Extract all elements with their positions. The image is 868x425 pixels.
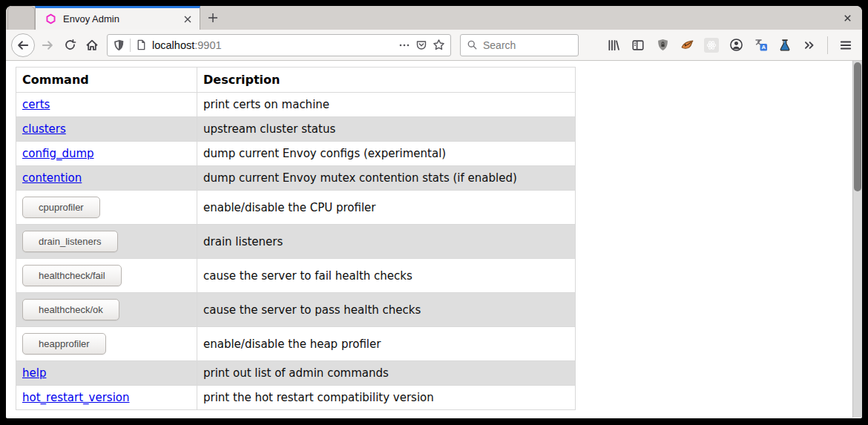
svg-text:A: A [761,44,766,50]
page-info-icon[interactable] [136,39,147,50]
tab-title: Envoy Admin [63,13,176,24]
description-cell: upstream cluster status [197,117,576,142]
command-button-healthcheck/fail[interactable]: healthcheck/fail [22,265,122,286]
table-row: hot_restart_versionprint the hot restart… [16,386,576,410]
translate-extension-button[interactable]: A [749,34,772,56]
command-button-cpuprofiler[interactable]: cpuprofiler [22,197,100,218]
page-actions-dots-icon[interactable] [398,39,410,51]
envoy-favicon-icon [45,13,56,24]
command-cell: help [16,361,197,386]
tracking-protection-shield-icon[interactable] [113,39,125,51]
description-cell: cause the server to fail health checks [197,259,576,293]
home-button[interactable] [81,34,103,56]
reload-button[interactable] [59,34,81,56]
menu-hamburger-icon [839,39,852,52]
fox-extension-button[interactable] [676,34,698,56]
table-header-row: Command Description [16,67,576,93]
description-cell: enable/disable the CPU profiler [197,191,576,225]
column-header-command: Command [16,67,197,93]
flask-extension-icon [778,39,792,52]
page-content: Command Description certsprint certs on … [6,61,862,418]
command-link-config_dump[interactable]: config_dump [22,147,94,160]
description-cell: print the hot restart compatibility vers… [197,386,576,410]
fox-extension-icon [680,38,694,52]
table-row: healthcheck/okcause the server to pass h… [16,293,576,327]
new-tab-icon [207,12,219,24]
atom-extension-button[interactable] [700,34,723,56]
command-cell: contention [16,166,197,191]
forward-button[interactable] [36,34,59,56]
url-host: localhost [152,39,194,51]
column-header-description: Description [197,67,576,93]
description-cell: print out list of admin commands [197,361,576,386]
forward-icon [41,39,54,52]
atom-extension-icon [704,38,719,53]
sidebar-icon [631,39,645,52]
command-cell: clusters [16,117,197,142]
shield-lock-extension-button[interactable] [651,34,674,56]
library-icon [607,39,620,52]
command-cell: certs [16,93,197,117]
table-row: healthcheck/failcause the server to fail… [16,259,576,293]
command-cell: drain_listeners [16,225,197,259]
tabstrip-drag-area [226,6,832,30]
command-button-drain_listeners[interactable]: drain_listeners [22,231,118,252]
toolbar-separator [827,36,828,54]
command-link-clusters[interactable]: clusters [22,122,66,136]
back-icon [16,39,30,52]
description-cell: cause the server to pass health checks [197,293,576,327]
url-text: localhost:9901 [152,39,222,51]
search-bar[interactable] [460,34,579,56]
navigation-toolbar: localhost:9901 [6,30,862,61]
tab-close-icon[interactable] [183,14,193,24]
browser-window: Envoy Admin [6,6,862,418]
description-cell: print certs on machine [197,93,576,117]
search-input[interactable] [483,39,572,51]
account-icon [729,38,743,52]
shield-lock-extension-icon [657,39,669,51]
command-button-heapprofiler[interactable]: heapprofiler [22,333,106,355]
command-link-certs[interactable]: certs [22,98,50,111]
description-cell: dump current Envoy configs (experimental… [197,142,576,166]
command-cell: healthcheck/ok [16,293,197,327]
command-link-help[interactable]: help [22,366,46,380]
bookmark-star-icon[interactable] [433,39,445,51]
home-icon [85,39,99,52]
command-table: Command Description certsprint certs on … [16,67,576,410]
account-button[interactable] [725,34,747,56]
translate-extension-icon: A [754,38,768,52]
urlbar-separator [130,39,131,52]
library-button[interactable] [602,34,625,56]
table-row: heapprofilerenable/disable the heap prof… [16,327,576,361]
flask-extension-button[interactable] [774,34,796,56]
overflow-chevron-icon [803,39,816,52]
table-row: certsprint certs on machine [16,93,576,117]
table-row: clustersupstream cluster status [16,117,576,142]
scrollbar-thumb[interactable] [854,62,861,191]
command-cell: healthcheck/fail [16,259,197,293]
command-cell: config_dump [16,142,197,166]
table-row: config_dumpdump current Envoy configs (e… [16,142,576,166]
back-button[interactable] [11,33,35,57]
url-bar[interactable]: localhost:9901 [107,34,451,56]
overflow-button[interactable] [798,34,821,56]
command-cell: hot_restart_version [16,386,197,410]
table-row: drain_listenersdrain listeners [16,225,576,259]
vertical-scrollbar[interactable] [852,61,862,418]
new-tab-button[interactable] [200,6,226,30]
command-link-contention[interactable]: contention [22,171,82,185]
window-close-button[interactable] [832,6,862,30]
search-icon [467,39,478,50]
command-button-healthcheck/ok[interactable]: healthcheck/ok [22,299,119,320]
sidebar-button[interactable] [627,34,649,56]
command-cell: heapprofiler [16,327,197,361]
menu-button[interactable] [835,34,857,56]
command-cell: cpuprofiler [16,191,197,225]
tab-envoy-admin[interactable]: Envoy Admin [35,6,200,30]
pocket-icon[interactable] [415,39,427,51]
command-link-hot_restart_version[interactable]: hot_restart_version [22,391,130,404]
table-row: helpprint out list of admin commands [16,361,576,386]
description-cell: dump current Envoy mutex contention stat… [197,166,576,191]
table-row: cpuprofilerenable/disable the CPU profil… [16,191,576,225]
toolbar-icons: A [602,34,857,56]
